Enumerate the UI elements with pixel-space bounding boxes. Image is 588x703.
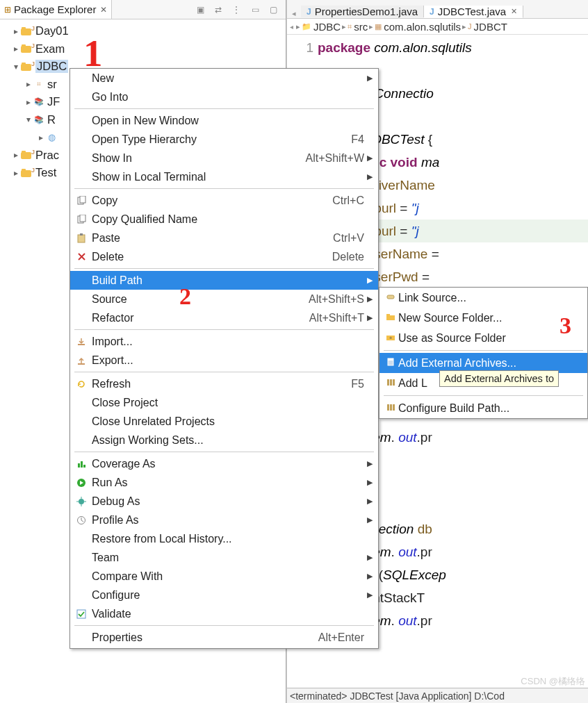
menu-item-open-type-hierarchy[interactable]: Open Type Hierarchy F4: [70, 130, 378, 149]
menu-item-paste[interactable]: Paste Ctrl+V: [70, 229, 378, 247]
export-icon: [74, 356, 89, 365]
expand-icon[interactable]: ▾: [11, 62, 21, 72]
java-file-icon: J: [307, 7, 311, 17]
tab-overflow-left-icon[interactable]: ◂: [287, 9, 301, 18]
lib-icon: [383, 377, 398, 389]
submenu-item-link-source-[interactable]: Link Source...: [379, 288, 587, 308]
menu-item-refactor[interactable]: Refactor Alt+Shift+T ▶: [70, 308, 378, 327]
bc-icon: ⌗: [348, 22, 352, 31]
tab-title: Package Explorer: [14, 3, 96, 15]
menu-item-open-in-new-window[interactable]: Open in New Window: [70, 111, 378, 130]
menu-item-debug-as[interactable]: Debug As ▶: [70, 492, 378, 511]
coverage-icon: [74, 459, 89, 469]
editor-tab[interactable]: JPropertiesDemo1.java: [301, 6, 424, 17]
svg-rect-8: [78, 344, 85, 345]
menu-item-export-[interactable]: Export...: [70, 351, 378, 370]
submenu-item-label: New Source Folder...: [398, 312, 502, 324]
svg-rect-9: [78, 363, 85, 365]
menu-item-profile-as[interactable]: Profile As ▶: [70, 511, 378, 529]
menu-item-close-unrelated-projects[interactable]: Close Unrelated Projects: [70, 412, 378, 431]
menu-item-configure[interactable]: Configure ▶: [70, 586, 378, 604]
breadcrumb[interactable]: ◂▸📁JDBC▸⌗src▸▦com.alon.sqlutils▸JJDBCT: [287, 19, 588, 35]
menu-item-label: Profile As: [89, 514, 364, 527]
menu-item-copy[interactable]: Copy Ctrl+C: [70, 191, 378, 210]
svg-rect-25: [386, 314, 390, 316]
menu-item-refresh[interactable]: Refresh F5: [70, 374, 378, 393]
expand-icon[interactable]: ▸: [11, 168, 21, 178]
menu-item-label: Copy Qualified Name: [89, 213, 364, 226]
menu-item-label: Team: [89, 552, 364, 564]
menu-separator: [74, 372, 374, 372]
submenu-item-label: Add L: [398, 377, 427, 390]
menu-item-compare-with[interactable]: Compare With ▶: [70, 567, 378, 586]
close-icon[interactable]: ✕: [511, 7, 517, 16]
svg-rect-12: [83, 465, 85, 468]
menu-item-label: Refactor: [89, 312, 309, 324]
srcf-icon: [383, 312, 398, 324]
menu-item-delete[interactable]: Delete Delete: [70, 247, 378, 266]
menu-item-team[interactable]: Team ▶: [70, 548, 378, 567]
breadcrumb-item[interactable]: 📁JDBC: [302, 21, 341, 33]
menu-item-validate[interactable]: Validate: [70, 604, 378, 623]
menu-item-show-in[interactable]: Show In Alt+Shift+W ▶: [70, 149, 378, 167]
submenu-item-new-source-folder-[interactable]: New Source Folder...: [379, 308, 587, 328]
editor-tab[interactable]: JJDBCTest.java✕: [424, 6, 523, 18]
editor-tab-name: JDBCTest.java: [438, 6, 506, 17]
menu-item-label: Assign Working Sets...: [89, 434, 364, 447]
menu-separator: [74, 452, 374, 452]
menu-item-run-as[interactable]: Run As ▶: [70, 473, 378, 492]
package-explorer-tab[interactable]: ⊞ Package Explorer ✕: [0, 0, 112, 19]
expand-icon[interactable]: ▸: [24, 97, 33, 107]
debug-icon: [74, 497, 89, 506]
menu-item-label: Copy: [89, 195, 332, 207]
menu-item-restore-from-local-history-[interactable]: Restore from Local History...: [70, 529, 378, 548]
expand-icon[interactable]: ▸: [36, 133, 46, 142]
menu-item-label: Open in New Window: [89, 115, 364, 127]
menu-item-show-in-local-terminal[interactable]: Show in Local Terminal ▶: [70, 167, 378, 186]
menu-item-properties[interactable]: Properties Alt+Enter: [70, 628, 378, 647]
expand-icon[interactable]: ▸: [11, 44, 21, 53]
menu-item-copy-qualified-name[interactable]: Copy Qualified Name: [70, 210, 378, 229]
expand-icon[interactable]: ▸: [11, 150, 21, 160]
build-path-submenu[interactable]: Link Source... New Source Folder...+ Use…: [379, 287, 588, 419]
panel-toolbar-icons[interactable]: ▣ ⇄ ⋮ ▭ ▢: [197, 5, 286, 15]
menu-item-close-project[interactable]: Close Project: [70, 393, 378, 412]
svg-rect-11: [81, 461, 83, 468]
profile-icon: [74, 515, 89, 525]
submenu-item-configure-build-path-[interactable]: Configure Build Path...: [379, 398, 587, 418]
context-menu[interactable]: New ▶ Go Into Open in New Window Open Ty…: [70, 68, 379, 649]
menu-item-assign-working-sets-[interactable]: Assign Working Sets...: [70, 431, 378, 449]
menu-item-label: Show in Local Terminal: [89, 171, 364, 183]
menu-item-go-into[interactable]: Go Into: [70, 88, 378, 106]
validate-icon: [74, 609, 89, 619]
submenu-item-use-as-source-folder[interactable]: + Use as Source Folder: [379, 328, 587, 348]
bc-back-icon[interactable]: ◂: [290, 23, 293, 31]
project-row[interactable]: ▸ J Day01: [3, 22, 283, 40]
breadcrumb-item[interactable]: ⌗src: [348, 21, 368, 33]
svg-rect-31: [390, 379, 392, 386]
close-icon[interactable]: ✕: [100, 5, 107, 15]
svg-rect-29: [388, 358, 393, 361]
expand-icon[interactable]: ▸: [24, 79, 33, 89]
breadcrumb-item[interactable]: JJDBCT: [468, 21, 507, 33]
menu-item-label: Close Unrelated Projects: [89, 415, 364, 428]
watermark: CSDN @橘络络: [521, 675, 585, 688]
link-icon: [383, 292, 398, 304]
svg-rect-4: [78, 235, 85, 242]
menu-item-label: Export...: [89, 354, 364, 367]
menu-item-new[interactable]: New ▶: [70, 69, 378, 88]
expand-icon[interactable]: ▸: [11, 26, 21, 36]
menu-item-import-[interactable]: Import...: [70, 332, 378, 351]
menu-item-source[interactable]: Source Alt+Shift+S ▶: [70, 290, 378, 308]
menu-item-coverage-as[interactable]: Coverage As ▶: [70, 454, 378, 473]
submenu-arrow-icon: ▶: [364, 515, 373, 524]
breadcrumb-item[interactable]: ▦com.alon.sqlutils: [375, 21, 461, 33]
project-row[interactable]: ▸ J Exam: [3, 40, 283, 58]
menu-item-label: Show In: [89, 152, 306, 165]
editor-tab-name: PropertiesDemo1.java: [315, 6, 418, 17]
menu-item-label: Close Project: [89, 397, 364, 409]
package-explorer-icon: ⊞: [4, 5, 11, 15]
submenu-item-label: Configure Build Path...: [398, 402, 509, 415]
expand-icon[interactable]: ▾: [24, 115, 33, 124]
menu-item-build-path[interactable]: Build Path ▶: [70, 271, 378, 290]
